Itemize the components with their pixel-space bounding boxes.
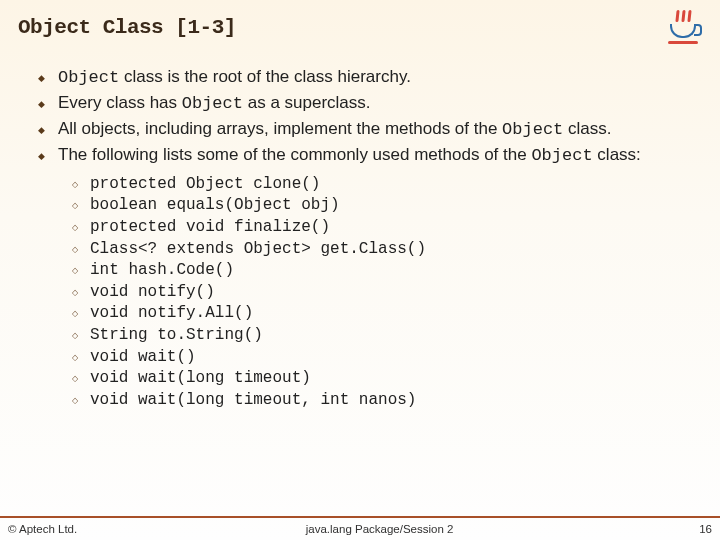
list-item: Object class is the root of the class hi…	[38, 66, 694, 90]
java-logo-icon	[660, 4, 706, 50]
list-item: void wait()	[72, 347, 694, 369]
list-item: String to.String()	[72, 325, 694, 347]
list-item: protected Object clone()	[72, 174, 694, 196]
code-span: Object	[58, 68, 119, 87]
footer: © Aptech Ltd. java.lang Package/Session …	[0, 516, 720, 540]
slide-title: Object Class [1-3]	[18, 16, 236, 39]
list-item: int hash.Code()	[72, 260, 694, 282]
list-item: Class<? extends Object> get.Class()	[72, 239, 694, 261]
list-item: boolean equals(Object obj)	[72, 195, 694, 217]
list-item: All objects, including arrays, implement…	[38, 118, 694, 142]
list-item: void notify()	[72, 282, 694, 304]
list-item: Every class has Object as a superclass.	[38, 92, 694, 116]
list-item: void notify.All()	[72, 303, 694, 325]
list-item: void wait(long timeout)	[72, 368, 694, 390]
code-span: Object	[182, 94, 243, 113]
footer-copyright: © Aptech Ltd.	[8, 523, 77, 535]
title-bar: Object Class [1-3]	[0, 0, 720, 54]
slide: Object Class [1-3] Object class is the r…	[0, 0, 720, 540]
code-span: Object	[531, 146, 592, 165]
footer-page-number: 16	[682, 523, 712, 535]
slide-content: Object class is the root of the class hi…	[0, 54, 720, 411]
list-item: The following lists some of the commonly…	[38, 144, 694, 411]
bullet-list: Object class is the root of the class hi…	[38, 66, 694, 411]
code-span: Object	[502, 120, 563, 139]
list-item: void wait(long timeout, int nanos)	[72, 390, 694, 412]
footer-center: java.lang Package/Session 2	[77, 523, 682, 535]
list-item: protected void finalize()	[72, 217, 694, 239]
method-list: protected Object clone() boolean equals(…	[72, 174, 694, 412]
